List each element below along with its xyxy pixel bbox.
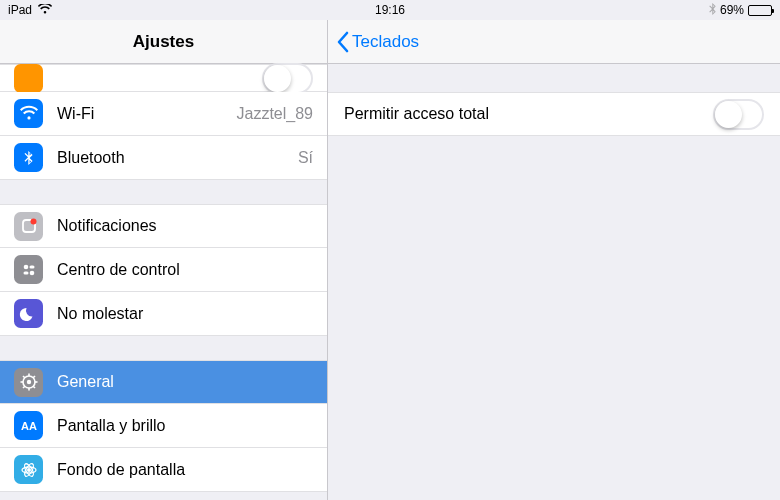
svg-line-13 [33,386,35,388]
svg-line-15 [33,376,35,378]
svg-point-1 [30,219,36,225]
gear-icon [14,368,43,397]
svg-point-7 [26,380,30,384]
back-label: Teclados [352,32,419,52]
display-label: Pantalla y brillo [57,417,313,435]
sidebar-item-dnd[interactable]: No molestar [0,292,327,336]
bluetooth-settings-icon [14,143,43,172]
status-bar: iPad 19:16 69% [0,0,780,20]
detail-header: Teclados [328,20,780,64]
chevron-left-icon [336,31,350,53]
sidebar-title: Ajustes [133,32,194,52]
wallpaper-label: Fondo de pantalla [57,461,313,479]
bluetooth-label: Bluetooth [57,149,298,167]
sidebar-item-notifications[interactable]: Notificaciones [0,204,327,248]
wifi-settings-icon [14,99,43,128]
svg-point-3 [29,270,34,275]
sidebar-item-display[interactable]: AA Pantalla y brillo [0,404,327,448]
wifi-value: Jazztel_89 [237,105,314,123]
display-icon: AA [14,411,43,440]
wifi-label: Wi-Fi [57,105,237,123]
sidebar-group-connectivity: Wi-Fi Jazztel_89 Bluetooth Sí [0,64,327,180]
svg-point-17 [27,468,31,472]
allow-full-access-row[interactable]: Permitir acceso total [328,92,780,136]
allow-full-access-toggle[interactable] [713,99,764,130]
wallpaper-icon [14,455,43,484]
bluetooth-value: Sí [298,149,313,167]
device-name: iPad [8,3,32,17]
moon-icon [14,299,43,328]
back-button[interactable]: Teclados [336,31,419,53]
sidebar-item-airplane[interactable] [0,64,327,92]
settings-sidebar: Ajustes Wi-Fi Jazztel_89 [0,20,328,500]
airplane-toggle[interactable] [262,63,313,94]
controlcenter-icon [14,255,43,284]
battery-percent: 69% [720,3,744,17]
notifications-icon [14,212,43,241]
sidebar-group-general: General AA Pantalla y brillo Fondo de pa… [0,360,327,492]
sidebar-item-wallpaper[interactable]: Fondo de pantalla [0,448,327,492]
sidebar-item-bluetooth[interactable]: Bluetooth Sí [0,136,327,180]
sidebar-item-controlcenter[interactable]: Centro de control [0,248,327,292]
general-label: General [57,373,313,391]
svg-line-14 [23,386,25,388]
svg-rect-5 [23,271,28,274]
sidebar-group-notifications: Notificaciones Centro de control No mole… [0,204,327,336]
sidebar-item-general[interactable]: General [0,360,327,404]
clock: 19:16 [375,3,405,17]
bluetooth-icon [709,3,716,17]
sidebar-header: Ajustes [0,20,327,64]
detail-pane: Teclados Permitir acceso total [328,20,780,500]
svg-rect-4 [29,265,34,268]
svg-text:AA: AA [21,420,37,432]
svg-line-12 [23,376,25,378]
notifications-label: Notificaciones [57,217,313,235]
allow-full-access-label: Permitir acceso total [344,105,713,123]
dnd-label: No molestar [57,305,313,323]
svg-point-2 [23,264,28,269]
sidebar-item-wifi[interactable]: Wi-Fi Jazztel_89 [0,92,327,136]
battery-icon [748,5,772,16]
controlcenter-label: Centro de control [57,261,313,279]
wifi-icon [38,3,52,17]
airplane-icon [14,64,43,93]
